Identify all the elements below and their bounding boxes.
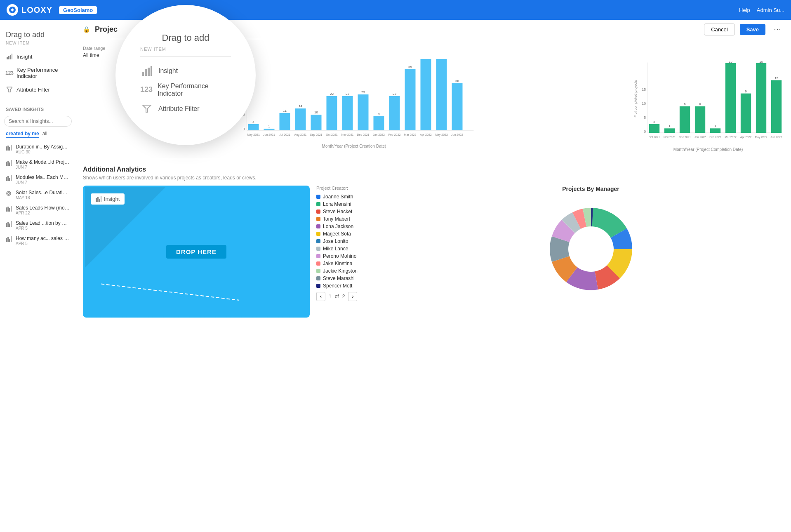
svg-rect-14 — [6, 177, 7, 181]
sales-lead-icon — [6, 221, 12, 228]
svg-point-19 — [8, 193, 10, 195]
analytics-section: Additional Analytics Shows which users a… — [76, 159, 791, 532]
svg-rect-9 — [11, 145, 12, 151]
sidebar-item-kpi[interactable]: 123 Key Performance Indicator — [0, 64, 76, 82]
insight-date-how-many: APR 5 — [16, 241, 70, 246]
page-of: of — [335, 294, 339, 299]
insight-how-many[interactable]: How many ac... sales rep? APR 5 — [0, 233, 76, 248]
svg-text:16: 16 — [729, 61, 732, 64]
search-input[interactable] — [4, 116, 72, 127]
svg-rect-21 — [7, 207, 9, 212]
page-total: 2 — [342, 294, 345, 299]
svg-rect-8 — [9, 147, 10, 151]
insight-info-how-many: How many ac... sales rep? APR 5 — [16, 235, 70, 246]
insight-placeholder: Insight — [91, 193, 125, 205]
analytics-subtitle: Shows which users are involved in variou… — [83, 175, 784, 181]
insight-name-sales-flow: Sales Leads Flow (monthly) — [16, 205, 70, 211]
insight-name-how-many: How many ac... sales rep? — [16, 235, 70, 241]
sidebar-insight-label: Insight — [16, 54, 32, 60]
svg-text:23: 23 — [361, 90, 365, 94]
chart1-x-label: Month/Year (Project Creation Date) — [104, 144, 605, 148]
date-range-value[interactable]: All time — [83, 52, 605, 58]
svg-rect-42 — [264, 129, 275, 130]
legend-label-jake: Jake Kinstina — [323, 261, 352, 266]
svg-marker-5 — [7, 87, 12, 92]
tab-all[interactable]: all — [42, 130, 47, 138]
insight-info-solar: Solar Sales...e Durations MAY 18 — [16, 190, 70, 200]
insight-name-make: Make & Mode...ld Projects — [16, 159, 70, 165]
help-button[interactable]: Help — [739, 7, 750, 13]
svg-text:May 2022: May 2022 — [435, 133, 448, 137]
page-current: 1 — [329, 294, 332, 299]
saved-insights-title: SAVED INSIGHTS — [0, 104, 76, 114]
insight-duration[interactable]: Duration in...By Assignee AUG 30 — [0, 141, 76, 157]
svg-rect-28 — [6, 238, 7, 242]
insight-info-make: Make & Mode...ld Projects JUN 7 — [16, 159, 70, 169]
legend-perono: Perono Mohino — [316, 253, 391, 259]
donut-chart-svg — [533, 195, 649, 303]
svg-rect-100 — [710, 128, 720, 133]
duration-icon — [6, 145, 12, 151]
save-button[interactable]: Save — [740, 24, 765, 35]
legend-tony: Tony Mabert — [316, 216, 391, 222]
svg-rect-109 — [756, 63, 766, 133]
legend-label-jackie: Jackie Kingston — [323, 268, 358, 274]
next-page-button[interactable]: › — [348, 292, 357, 301]
legend-dot-mike — [316, 247, 320, 251]
insight-solar[interactable]: Solar Sales...e Durations MAY 18 — [0, 187, 76, 202]
svg-rect-13 — [11, 160, 12, 166]
page-title: Projec — [95, 25, 118, 34]
logo-area: LOOXY — [7, 4, 52, 16]
svg-rect-117 — [97, 197, 99, 202]
insight-date-sales-lead: APR 5 — [16, 226, 70, 231]
bar-chart-svg-1: 0 10 20 30 40 4 May 2021 1 — [104, 58, 605, 141]
admin-button[interactable]: Admin Su... — [757, 7, 784, 13]
insight-sales-lead[interactable]: Sales Lead ...tion by Rep APR 5 — [0, 218, 76, 233]
svg-text:22: 22 — [330, 92, 334, 96]
insight-modules[interactable]: Modules Ma...Each Month JUN 7 — [0, 172, 76, 187]
svg-rect-91 — [664, 128, 675, 133]
drop-here-label: DROP HERE — [166, 245, 226, 259]
svg-rect-63 — [374, 116, 384, 130]
sidebar-item-filter[interactable]: Attribute Filter — [0, 82, 76, 97]
legend-jose: Jose Lonito — [316, 238, 391, 244]
project-badge[interactable]: GeoSolamo — [59, 6, 97, 14]
drop-zone[interactable]: Insight DROP HERE — [83, 186, 310, 318]
sidebar-new-item-label: NEW ITEM — [0, 40, 76, 48]
insight-info-duration: Duration in...By Assignee AUG 30 — [16, 144, 70, 154]
filter-icon — [6, 86, 13, 93]
svg-rect-103 — [725, 63, 736, 133]
sidebar-item-insight[interactable]: Insight — [0, 49, 76, 64]
svg-rect-17 — [11, 175, 12, 181]
svg-text:Jan 2022: Jan 2022 — [373, 133, 385, 136]
svg-rect-2 — [8, 56, 9, 59]
sidebar: Drag to add NEW ITEM Insight 123 Key Per… — [0, 20, 76, 532]
chart2-x-label: Month/Year (Project Completion Date) — [632, 147, 784, 152]
svg-rect-39 — [248, 124, 259, 130]
svg-rect-6 — [6, 146, 7, 151]
svg-rect-29 — [7, 237, 9, 242]
legend-label-tony: Tony Mabert — [323, 216, 350, 222]
legend-label-perono: Perono Mohino — [323, 253, 356, 259]
svg-text:Dec 2021: Dec 2021 — [679, 136, 691, 139]
insight-sales-flow[interactable]: Sales Leads Flow (monthly) APR 22 — [0, 202, 76, 218]
svg-text:Oct 2021: Oct 2021 — [326, 133, 338, 136]
more-options-button[interactable]: ⋯ — [770, 23, 784, 35]
prev-page-button[interactable]: ‹ — [316, 292, 325, 301]
insight-make[interactable]: Make & Mode...ld Projects JUN 7 — [0, 157, 76, 172]
svg-rect-30 — [9, 239, 10, 242]
legend-marjeet: Marjeet Sota — [316, 231, 391, 237]
charts-section: Date range All time 0 10 20 30 40 — [76, 39, 791, 159]
tab-created-by-me[interactable]: created by me — [6, 130, 39, 138]
svg-rect-26 — [9, 224, 10, 227]
insight-name-modules: Modules Ma...Each Month — [16, 174, 70, 180]
legend-label-lora: Lora Mensini — [323, 201, 351, 207]
legend-lora: Lora Mensini — [316, 201, 391, 207]
logo-text: LOOXY — [21, 5, 52, 15]
insight-placeholder-label: Insight — [104, 196, 120, 202]
svg-rect-78 — [452, 83, 463, 130]
svg-text:Apr 2022: Apr 2022 — [740, 136, 752, 139]
header-actions: Help Admin Su... — [739, 7, 784, 13]
svg-rect-4 — [12, 54, 12, 59]
cancel-button[interactable]: Cancel — [704, 24, 734, 35]
